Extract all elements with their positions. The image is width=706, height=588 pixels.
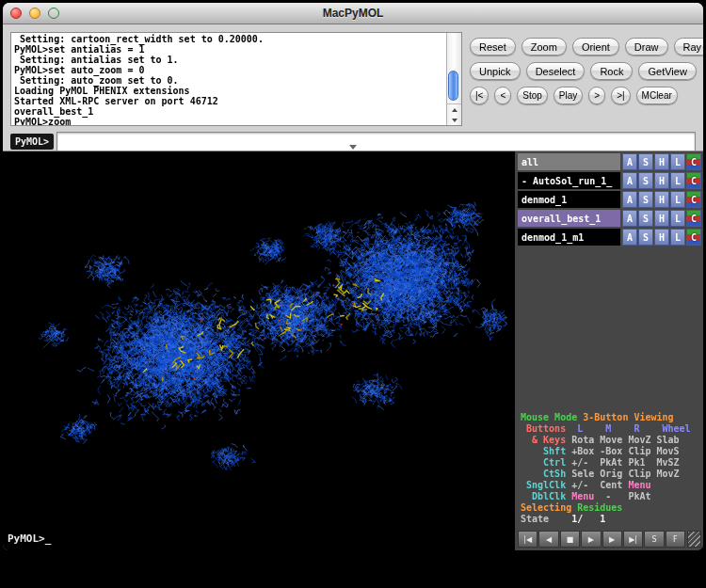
- movie-clear-button[interactable]: MClear: [636, 87, 678, 104]
- object-name[interactable]: overall_best_1: [518, 210, 620, 227]
- console-line: Started XML-RPC server on port 46712: [14, 96, 443, 106]
- feedback-console: Setting: cartoon_rect_width set to 0.200…: [10, 32, 462, 126]
- getview-button[interactable]: GetView: [638, 62, 696, 80]
- console-line: Loading PyMOL PHENIX extensions: [14, 86, 443, 96]
- show-menu-button[interactable]: S: [638, 172, 653, 189]
- hide-menu-button[interactable]: H: [654, 153, 669, 170]
- step-back-button[interactable]: ◀: [538, 531, 558, 548]
- movie-last-button[interactable]: >|: [611, 87, 630, 104]
- viewport-command-line[interactable]: PyMOL>_: [3, 530, 514, 550]
- title-bar[interactable]: MacPyMOL: [3, 3, 703, 24]
- show-menu-button[interactable]: S: [638, 210, 653, 227]
- mouse-matrix-header: Buttons L M R Wheel: [521, 423, 698, 435]
- console-scrollbar[interactable]: [446, 33, 461, 125]
- mouse-panel-text: +Box -Box Clip MovS: [566, 446, 679, 456]
- splitter-handle[interactable]: [349, 145, 357, 150]
- console-line: PyMOL>set auto_zoom = 0: [14, 65, 443, 75]
- play-button[interactable]: ▶: [581, 531, 601, 548]
- orient-button[interactable]: Orient: [572, 38, 619, 56]
- mouse-panel-text: Shft: [521, 446, 566, 456]
- scrollbar-arrows: [447, 103, 461, 125]
- color-menu-button[interactable]: C: [686, 229, 701, 246]
- action-menu-button[interactable]: A: [622, 191, 637, 208]
- mouse-panel-text: Mouse Mode: [521, 412, 583, 422]
- label-menu-button[interactable]: L: [670, 172, 685, 189]
- object-row-denmod-1-m1: denmod_1_m1ASHLC: [518, 229, 701, 246]
- pymol-prompt-label: PyMOL>: [10, 134, 54, 150]
- action-menu-button[interactable]: A: [622, 210, 637, 227]
- console-line: Setting: cartoon_rect_width set to 0.200…: [14, 34, 443, 44]
- hide-menu-button[interactable]: H: [654, 210, 669, 227]
- console-line: Setting: auto_zoom set to 0.: [14, 75, 443, 86]
- action-menu-button[interactable]: A: [622, 172, 637, 189]
- hide-menu-button[interactable]: H: [654, 229, 669, 246]
- macpymol-window: MacPyMOL Setting: cartoon_rect_width set…: [3, 3, 703, 550]
- console-line: Setting: antialias set to 1.: [14, 55, 443, 65]
- rock-button[interactable]: Rock: [590, 62, 633, 80]
- main-area: PyMOL>_ allASHLC- AutoSol_run_1_ASHLCden…: [3, 151, 703, 550]
- stop-button[interactable]: ■: [560, 531, 580, 548]
- object-name[interactable]: denmod_1: [518, 191, 620, 208]
- fullscreen-button[interactable]: F: [666, 531, 685, 548]
- scene-button[interactable]: S: [644, 531, 664, 548]
- movie-play-button[interactable]: Play: [554, 87, 583, 104]
- movie-stop-button[interactable]: Stop: [517, 87, 548, 104]
- reset-button[interactable]: Reset: [470, 38, 516, 56]
- step-forward-button[interactable]: ▶: [602, 531, 622, 548]
- movie-first-button[interactable]: |<: [470, 87, 489, 104]
- show-menu-button[interactable]: S: [638, 229, 653, 246]
- show-menu-button[interactable]: S: [638, 153, 653, 170]
- movie-forward-button[interactable]: >: [588, 87, 605, 104]
- console-output[interactable]: Setting: cartoon_rect_width set to 0.200…: [11, 33, 446, 125]
- upper-control-panel: Setting: cartoon_rect_width set to 0.200…: [3, 24, 703, 151]
- command-button-panel: ResetZoomOrientDrawRayUnpickDeselectRock…: [470, 32, 696, 126]
- selecting-mode-row[interactable]: Selecting Residues: [521, 502, 698, 514]
- mouse-panel-text: 3-Button Viewing: [583, 412, 673, 422]
- action-menu-button[interactable]: A: [622, 229, 637, 246]
- console-line: PyMOL>set antialias = 1: [14, 44, 443, 55]
- mouse-panel-text: SnglClk: [521, 480, 566, 490]
- ray-button[interactable]: Ray: [674, 38, 703, 56]
- action-menu-button[interactable]: A: [622, 153, 637, 170]
- color-menu-button[interactable]: C: [686, 191, 701, 208]
- color-menu-button[interactable]: C: [686, 153, 701, 170]
- object-name[interactable]: denmod_1_m1: [518, 229, 620, 246]
- scroll-down-button[interactable]: [447, 115, 461, 125]
- hide-menu-button[interactable]: H: [654, 191, 669, 208]
- mouse-panel-text: Sele Orig Clip MovZ: [566, 469, 679, 479]
- mouse-panel-text: Menu: [628, 480, 650, 490]
- mouse-mode-title[interactable]: Mouse Mode 3-Button Viewing: [521, 412, 698, 423]
- label-menu-button[interactable]: L: [670, 191, 685, 208]
- resize-grip[interactable]: [687, 531, 701, 548]
- mouse-matrix-row: SnglClk +/- Cent Menu: [521, 480, 698, 491]
- zoom-button[interactable]: Zoom: [521, 38, 567, 56]
- label-menu-button[interactable]: L: [670, 153, 685, 170]
- skip-end-button[interactable]: ▶|: [623, 531, 643, 548]
- mouse-panel-text: Menu: [566, 491, 594, 501]
- label-menu-button[interactable]: L: [670, 210, 685, 227]
- show-menu-button[interactable]: S: [638, 191, 653, 208]
- hide-menu-button[interactable]: H: [654, 172, 669, 189]
- object-name[interactable]: - AutoSol_run_1_: [518, 172, 620, 189]
- color-menu-button[interactable]: C: [686, 172, 701, 189]
- object-name[interactable]: all: [518, 153, 620, 170]
- deselect-button[interactable]: Deselect: [526, 62, 586, 80]
- mouse-panel-text: L M R Wheel: [566, 423, 690, 434]
- color-menu-button[interactable]: C: [686, 210, 701, 227]
- mouse-panel-text: - PkAt: [594, 491, 650, 501]
- draw-button[interactable]: Draw: [625, 38, 668, 56]
- mouse-panel-text: Rota Move MovZ Slab: [566, 435, 679, 445]
- scrollbar-thumb[interactable]: [448, 71, 458, 101]
- pymol-command-input[interactable]: [56, 132, 696, 151]
- mouse-panel-text: 1/ 1: [554, 514, 605, 524]
- mouse-mode-panel: Mouse Mode 3-Button Viewing Buttons L M …: [518, 410, 701, 529]
- scroll-up-button[interactable]: [447, 104, 461, 115]
- mouse-panel-text: State: [521, 514, 554, 524]
- molecule-viewport[interactable]: [3, 151, 514, 530]
- console-line: overall_best_1: [14, 106, 443, 117]
- rewind-start-button[interactable]: |◀: [518, 531, 538, 548]
- unpick-button[interactable]: Unpick: [470, 62, 521, 80]
- state-row: State 1/ 1: [521, 514, 698, 525]
- label-menu-button[interactable]: L: [670, 229, 685, 246]
- movie-back-button[interactable]: <: [494, 87, 511, 104]
